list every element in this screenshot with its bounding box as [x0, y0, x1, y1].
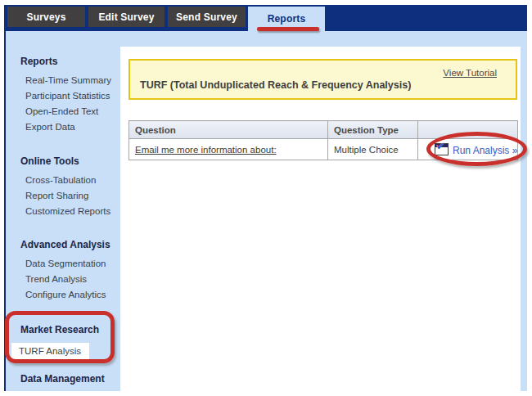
- view-tutorial-link[interactable]: View Tutorial: [443, 68, 497, 78]
- tab-surveys[interactable]: Surveys: [7, 7, 85, 27]
- sidebar-section-online-tools: Online Tools Cross-Tabulation Report Sha…: [20, 155, 120, 219]
- annotation-reports-underline: [257, 27, 319, 31]
- tab-edit-survey[interactable]: Edit Survey: [88, 7, 165, 27]
- sidebar-item-trend-analysis[interactable]: Trend Analysis: [20, 272, 120, 287]
- sidebar-section-advanced-analysis: Advanced Analysis Data Segmentation Tren…: [20, 239, 120, 303]
- sidebar-item-cross-tabulation[interactable]: Cross-Tabulation: [20, 173, 120, 188]
- sidebar-item-export-data[interactable]: Export Data: [20, 119, 120, 135]
- question-type-cell: Multiple Choice: [328, 139, 418, 160]
- turf-header-box: View Tutorial TURF (Total Unduplicated R…: [128, 59, 517, 100]
- sidebar-item-customized-reports[interactable]: Customized Reports: [20, 204, 120, 219]
- sidebar-item-participant-statistics[interactable]: Participant Statistics: [20, 88, 120, 104]
- sidebar-header-reports: Reports: [20, 56, 120, 67]
- sidebar-item-configure-analytics[interactable]: Configure Analytics: [20, 287, 120, 303]
- page-title: TURF (Total Unduplicated Reach & Frequen…: [140, 79, 411, 91]
- question-link[interactable]: Email me more information about:: [135, 145, 277, 155]
- question-cell: Email me more information about:: [129, 139, 328, 160]
- tab-label: Surveys: [26, 11, 65, 23]
- sidebar-header-advanced-analysis: Advanced Analysis: [20, 239, 120, 250]
- sidebar-header-data-management: Data Management: [20, 373, 120, 385]
- tab-label: Send Survey: [176, 11, 237, 23]
- col-header-question: Question: [129, 121, 328, 139]
- col-header-question-type: Question Type: [328, 121, 418, 139]
- sidebar-section-data-management: Data Management: [20, 373, 120, 390]
- sidebar-item-data-segmentation[interactable]: Data Segmentation: [20, 256, 120, 272]
- tab-label: Reports: [268, 13, 306, 25]
- tab-label: Edit Survey: [98, 11, 154, 23]
- tab-send-survey[interactable]: Send Survey: [168, 7, 246, 27]
- sidebar-section-reports: Reports Real-Time Summary Participant St…: [20, 56, 120, 135]
- question-type-value: Multiple Choice: [334, 145, 399, 155]
- sidebar-item-real-time-summary[interactable]: Real-Time Summary: [20, 73, 120, 88]
- sidebar-item-report-sharing[interactable]: Report Sharing: [20, 188, 120, 204]
- sidebar-header-online-tools: Online Tools: [20, 155, 120, 167]
- annotation-market-research-circle: [5, 311, 115, 363]
- sidebar-item-open-ended-text[interactable]: Open-Ended Text: [20, 104, 120, 119]
- annotation-run-analysis-circle: [426, 132, 527, 166]
